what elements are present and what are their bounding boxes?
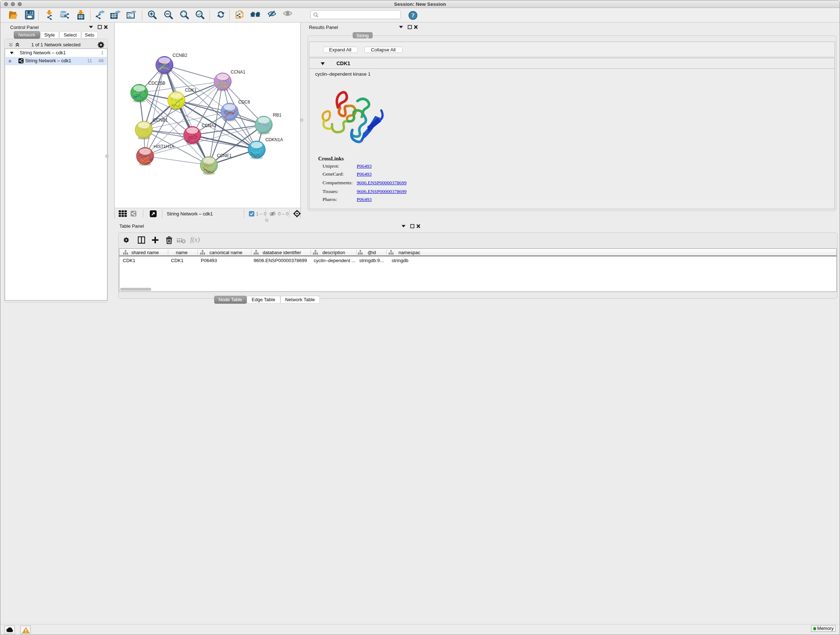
svg-text:CDKN1A: CDKN1A bbox=[265, 137, 283, 142]
svg-text:CCNA1: CCNA1 bbox=[231, 70, 245, 74]
svg-text:CDC6: CDC6 bbox=[238, 100, 250, 105]
svg-text:CCNB2: CCNB2 bbox=[172, 53, 187, 58]
svg-text:HIST1H1A: HIST1H1A bbox=[153, 144, 174, 149]
svg-text:CCNB1: CCNB1 bbox=[153, 118, 168, 123]
svg-text:f(x): f(x) bbox=[190, 236, 200, 244]
svg-text:RB1: RB1 bbox=[273, 112, 281, 118]
svg-text:CCNE1: CCNE1 bbox=[217, 153, 232, 158]
svg-text:CDK1: CDK1 bbox=[185, 88, 196, 93]
svg-text:?: ? bbox=[411, 12, 415, 19]
svg-text:CDC25B: CDC25B bbox=[148, 81, 165, 86]
svg-text:CCNA2: CCNA2 bbox=[202, 123, 216, 128]
